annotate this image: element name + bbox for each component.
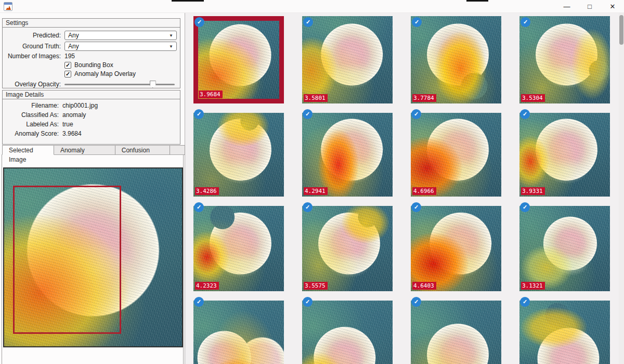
predicted-label: Predicted: (5, 32, 61, 39)
bounding-box-checkbox[interactable]: ✓ (64, 62, 71, 69)
thumbnail-cell[interactable]: ✓ 3.1321 (519, 206, 610, 291)
thumbnail-cell[interactable]: ✓ 3.9331 (519, 113, 610, 197)
anomaly-score-badge: 3.9684 (199, 90, 223, 98)
thumbnail-cell[interactable]: ✓ 3.4286 (193, 113, 284, 197)
tab-stub (170, 145, 185, 155)
number-of-images-value: 195 (64, 53, 75, 60)
thumbnail-cell[interactable]: ✓ 3.9684 (193, 16, 284, 103)
thumbnail-cell[interactable]: ✓ (519, 301, 610, 364)
image-details-panel: Image Details Filename: chip0001.jpg Cla… (2, 90, 180, 145)
minimize-button[interactable]: — (555, 0, 578, 13)
predicted-dropdown-value: Any (68, 32, 79, 39)
title-bar: — □ ✕ (0, 0, 624, 13)
control-sidebar: Settings Predicted: Any ▼ Ground Truth: … (0, 13, 185, 364)
anomaly-heatmap-image (302, 301, 393, 364)
labeled-as-row: Labeled As: true (5, 121, 177, 128)
slider-thumb[interactable] (150, 81, 156, 88)
anomaly-heatmap-image (302, 113, 393, 197)
checkmark-badge-icon: ✓ (411, 202, 421, 212)
predicted-dropdown[interactable]: Any ▼ (64, 31, 177, 40)
labeled-as-value: true (62, 121, 73, 128)
close-button[interactable]: ✕ (601, 0, 624, 13)
anomaly-heatmap-image (193, 206, 284, 291)
classified-as-row: Classified As: anomaly (5, 111, 177, 119)
checkmark-badge-icon: ✓ (520, 109, 530, 119)
number-of-images-row: Number of Images: 195 (5, 53, 177, 60)
ground-truth-dropdown[interactable]: Any ▼ (64, 42, 177, 51)
checkmark-badge-icon: ✓ (520, 297, 530, 307)
checkmark-badge-icon: ✓ (303, 109, 313, 119)
overlay-opacity-slider[interactable] (64, 80, 175, 88)
checkmark-badge-icon: ✓ (194, 297, 204, 307)
anomaly-score-badge: 3.1321 (521, 282, 545, 290)
checkmark-badge-icon: ✓ (194, 202, 204, 212)
anomaly-overlay-row: ✓ Anomaly Map Overlay (64, 70, 177, 77)
thumbnail-grid: ✓ 3.9684 ✓ 3.5801 ✓ 3.7784 ✓ 3.5304 ✓ 3.… (193, 16, 610, 364)
scrollbar-thumb[interactable] (619, 15, 623, 45)
view-tabbar: Selected Image Anomaly Histogram Confusi… (2, 145, 185, 155)
anomaly-score-badge: 3.5575 (304, 282, 328, 290)
checkmark-badge-icon: ✓ (194, 109, 204, 119)
number-of-images-label: Number of Images: (5, 53, 61, 60)
thumbnail-grid-region: ✓ 3.9684 ✓ 3.5801 ✓ 3.7784 ✓ 3.5304 ✓ 3.… (186, 13, 624, 364)
slider-track[interactable] (64, 84, 175, 85)
maximize-button[interactable]: □ (578, 0, 601, 13)
vertical-scrollbar[interactable] (619, 13, 624, 364)
screen-artifact (172, 0, 204, 2)
anomaly-score-row: Anomaly Score: 3.9684 (5, 130, 177, 137)
tab-selected-image[interactable]: Selected Image (2, 145, 54, 155)
overlay-opacity-row: Overlay Opacity: (5, 80, 177, 88)
anomaly-heatmap-image (519, 16, 610, 103)
filename-row: Filename: chip0001.jpg (5, 102, 177, 109)
settings-panel-title: Settings (3, 19, 180, 28)
anomaly-heatmap-image (411, 113, 501, 197)
selected-image-view[interactable] (3, 167, 183, 347)
anomaly-map-overlay-label: Anomaly Map Overlay (74, 70, 136, 77)
image-details-panel-title: Image Details (3, 90, 180, 99)
thumbnail-cell[interactable]: ✓ 3.5575 (302, 206, 393, 291)
bounding-box-row: ✓ Bounding Box (64, 61, 177, 69)
thumbnail-cell[interactable]: ✓ 3.7784 (411, 16, 501, 103)
anomaly-heatmap-image (302, 206, 393, 291)
thumbnail-cell[interactable]: ✓ 4.2323 (193, 206, 284, 291)
checkmark-badge-icon: ✓ (411, 297, 421, 307)
checkmark-badge-icon: ✓ (303, 297, 313, 307)
bounding-box-label: Bounding Box (74, 61, 113, 69)
matlab-app-icon (4, 2, 12, 11)
anomaly-score-badge: 4.2323 (195, 282, 219, 290)
anomaly-heatmap-image (519, 301, 610, 364)
filename-label: Filename: (5, 102, 59, 109)
predicted-row: Predicted: Any ▼ (5, 31, 177, 40)
anomaly-map-overlay-checkbox[interactable]: ✓ (64, 71, 71, 77)
labeled-as-label: Labeled As: (5, 121, 59, 128)
checkmark-badge-icon: ✓ (520, 202, 530, 212)
anomaly-score-badge: 4.2941 (304, 187, 328, 195)
anomaly-bounding-box (13, 186, 121, 334)
overlay-opacity-label: Overlay Opacity: (5, 81, 61, 88)
classified-as-label: Classified As: (5, 111, 59, 119)
thumbnail-cell[interactable]: ✓ (193, 301, 284, 364)
thumbnail-cell[interactable]: ✓ 4.2941 (302, 113, 393, 197)
anomaly-score-value: 3.9684 (62, 130, 82, 137)
anomaly-heatmap-image (302, 16, 393, 103)
tab-anomaly-histogram[interactable]: Anomaly Histogram (54, 145, 115, 155)
checkmark-badge-icon: ✓ (303, 202, 313, 212)
tab-confusion-matrix[interactable]: Confusion Matrix (115, 145, 170, 155)
chevron-down-icon: ▼ (169, 44, 173, 49)
thumbnail-cell[interactable]: ✓ 4.6403 (411, 206, 501, 291)
anomaly-score-label: Anomaly Score: (5, 130, 59, 137)
anomaly-heatmap-image (411, 206, 501, 291)
thumbnail-cell[interactable]: ✓ 3.5801 (302, 16, 393, 103)
anomaly-heatmap-image (411, 16, 501, 103)
screen-artifact (466, 0, 488, 2)
thumbnail-cell[interactable]: ✓ (411, 301, 501, 364)
anomaly-score-badge: 4.6403 (412, 282, 436, 290)
thumbnail-cell[interactable]: ✓ 4.6966 (411, 113, 501, 197)
thumbnail-cell[interactable]: ✓ (302, 301, 393, 364)
anomaly-heatmap-image (193, 113, 284, 197)
anomaly-score-badge: 3.4286 (195, 187, 219, 195)
thumbnail-cell[interactable]: ✓ 3.5304 (519, 16, 610, 103)
window-controls: — □ ✕ (555, 0, 624, 13)
anomaly-heatmap-image (519, 206, 610, 291)
checkmark-badge-icon: ✓ (411, 109, 421, 119)
